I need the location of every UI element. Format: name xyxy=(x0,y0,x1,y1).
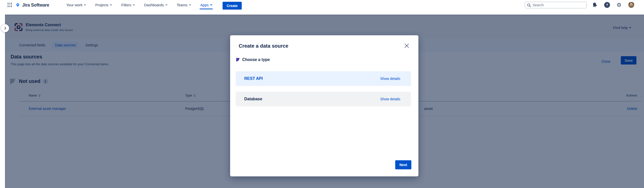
option-name: Database xyxy=(244,97,262,101)
search-box[interactable] xyxy=(525,2,587,8)
search-icon xyxy=(527,3,531,7)
show-details-link[interactable]: Show details xyxy=(380,97,400,101)
next-button[interactable]: Next xyxy=(395,160,411,169)
nav-item-apps[interactable]: Apps xyxy=(200,1,212,10)
create-button[interactable]: Create xyxy=(223,2,242,10)
close-icon[interactable] xyxy=(403,42,410,49)
nav-item-projects[interactable]: Projects xyxy=(95,1,112,10)
nav-item-filters[interactable]: Filters xyxy=(121,1,134,10)
nav-item-teams[interactable]: Teams xyxy=(177,1,191,10)
create-data-source-modal: Create a data source Choose a type REST … xyxy=(230,35,418,176)
nav-item-your-work[interactable]: Your work xyxy=(66,1,86,10)
show-details-link[interactable]: Show details xyxy=(380,77,400,81)
top-navigation: Jira Software Your work Projects Filters… xyxy=(0,0,644,15)
chevron-down-icon xyxy=(165,4,167,6)
product-name: Jira Software xyxy=(22,3,49,8)
settings-gear-icon[interactable]: ⚙ xyxy=(617,2,622,8)
help-icon[interactable]: ? xyxy=(604,2,610,8)
jira-logo[interactable]: Jira Software xyxy=(15,2,49,9)
app-switcher-icon[interactable] xyxy=(8,3,12,7)
modal-step-header: Choose a type xyxy=(236,57,270,62)
search-input[interactable] xyxy=(533,3,585,7)
step-petal-icon xyxy=(236,58,239,61)
notifications-bell-icon[interactable] xyxy=(591,2,598,8)
step-label: Choose a type xyxy=(242,57,270,62)
chevron-down-icon xyxy=(210,4,212,6)
chevron-right-icon xyxy=(3,27,6,29)
nav-right-icons: ? ⚙ xyxy=(592,2,634,8)
option-name: REST API xyxy=(244,76,263,81)
chevron-down-icon xyxy=(84,4,86,6)
user-avatar[interactable] xyxy=(628,2,634,8)
nav-menu: Your work Projects Filters Dashboards Te… xyxy=(66,0,212,10)
sidebar-expand-button[interactable] xyxy=(1,24,9,32)
option-rest-api[interactable]: REST API Show details xyxy=(236,71,411,86)
chevron-down-icon xyxy=(133,4,135,6)
chevron-down-icon xyxy=(110,4,112,6)
option-database[interactable]: Database Show details xyxy=(236,92,411,106)
modal-title: Create a data source xyxy=(239,43,288,49)
nav-item-dashboards[interactable]: Dashboards xyxy=(144,1,167,10)
nav-row: Jira Software Your work Projects Filters… xyxy=(0,0,644,10)
chevron-down-icon xyxy=(189,4,191,6)
jira-mark-icon xyxy=(15,3,20,8)
